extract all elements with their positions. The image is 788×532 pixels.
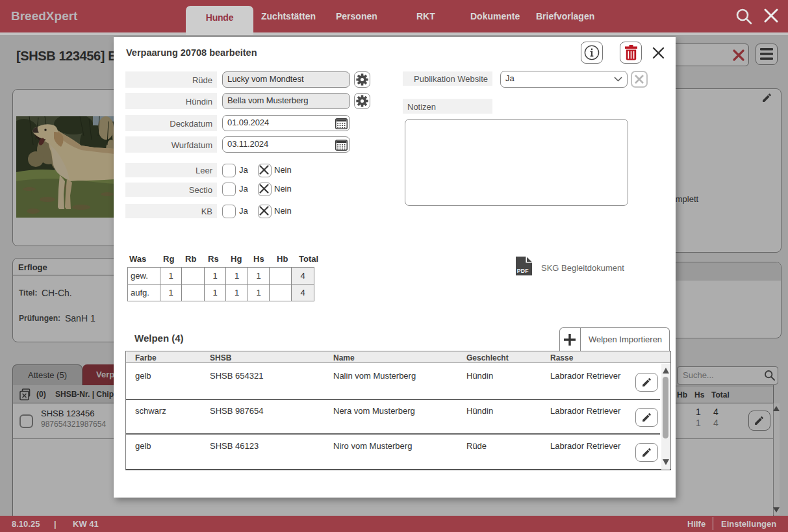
svg-text:PDF: PDF: [517, 268, 529, 274]
